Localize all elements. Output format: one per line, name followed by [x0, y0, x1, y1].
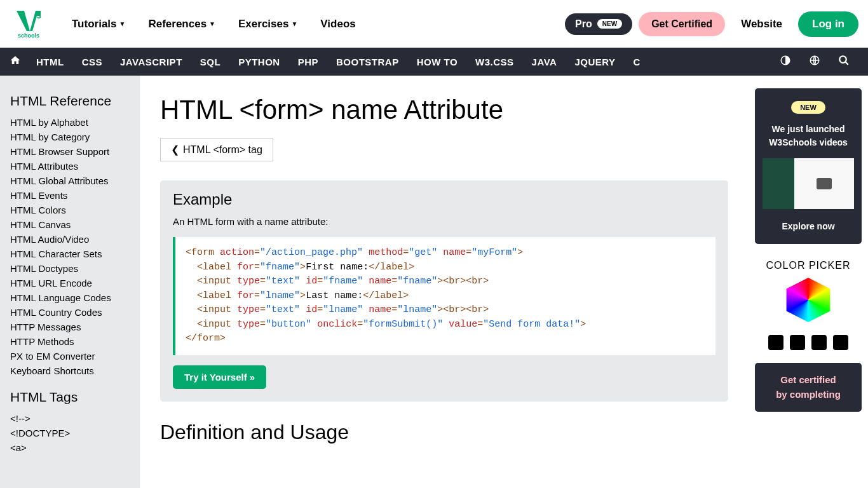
left-sidebar: HTML Reference HTML by Alphabet HTML by …	[0, 76, 140, 488]
example-description: An HTML form with a name attribute:	[173, 216, 715, 227]
caret-down-icon: ▼	[291, 20, 297, 27]
nav-html[interactable]: HTML	[27, 57, 73, 67]
sidebar-heading-tags: HTML Tags	[10, 390, 140, 405]
sidebar-link[interactable]: HTML Language Codes	[10, 290, 140, 305]
definition-heading: Definition and Usage	[160, 421, 728, 444]
pro-button[interactable]: ProNEW	[565, 13, 632, 35]
nav-php[interactable]: PHP	[289, 57, 327, 67]
theme-toggle-icon[interactable]	[771, 55, 800, 69]
sidebar-link[interactable]: HTML Country Codes	[10, 305, 140, 320]
nav-css[interactable]: CSS	[73, 57, 111, 67]
instagram-icon[interactable]	[790, 335, 805, 350]
sidebar-link[interactable]: HTML Canvas	[10, 217, 140, 232]
sidebar-link[interactable]: HTML Global Attributes	[10, 173, 140, 188]
sidebar-link[interactable]: HTML Character Sets	[10, 247, 140, 261]
page-title: HTML <form> name Attribute	[160, 95, 728, 125]
svg-point-3	[839, 56, 846, 63]
sidebar-link[interactable]: HTML by Alphabet	[10, 115, 140, 130]
sidebar-link[interactable]: HTML Events	[10, 188, 140, 203]
sidebar-link[interactable]: HTML Doctypes	[10, 261, 140, 276]
right-sidebar: NEW We just launchedW3Schools videos Exp…	[749, 76, 868, 488]
back-button[interactable]: ❮HTML <form> tag	[160, 138, 273, 161]
sidebar-link[interactable]: HTML URL Encode	[10, 276, 140, 290]
nav-python[interactable]: PYTHON	[229, 57, 289, 67]
nav-references[interactable]: References▼	[137, 18, 227, 30]
sidebar-tag-link[interactable]: <!-->	[10, 411, 140, 426]
code-block: <form action="/action_page.php" method="…	[173, 237, 715, 355]
new-badge: NEW	[597, 19, 622, 29]
try-it-yourself-button[interactable]: Try it Yourself »	[173, 365, 266, 389]
sidebar-heading-reference: HTML Reference	[10, 93, 140, 109]
nav-tutorials[interactable]: Tutorials▼	[60, 18, 137, 30]
sidebar-link[interactable]: Keyboard Shortcuts	[10, 363, 140, 378]
colorpicker-icon[interactable]	[783, 278, 834, 322]
nav-videos[interactable]: Videos	[309, 18, 367, 30]
video-thumbnail[interactable]	[763, 158, 854, 209]
nav-bootstrap[interactable]: BOOTSTRAP	[327, 57, 408, 67]
second-navigation: HTML CSS JAVASCRIPT SQL PYTHON PHP BOOTS…	[0, 48, 868, 76]
cert-box[interactable]: Get certifiedby completing	[755, 363, 862, 412]
example-box: Example An HTML form with a name attribu…	[160, 180, 728, 402]
nav-jquery[interactable]: JQUERY	[566, 57, 624, 67]
explore-now-link[interactable]: Explore now	[782, 221, 834, 231]
sidebar-link[interactable]: HTTP Messages	[10, 320, 140, 334]
sidebar-link[interactable]: HTML Audio/Video	[10, 232, 140, 247]
login-button[interactable]: Log in	[798, 11, 858, 37]
new-pill: NEW	[791, 101, 825, 114]
nav-c[interactable]: C	[625, 57, 649, 67]
logo[interactable]: 3 schools	[10, 8, 48, 40]
logo-text: schools	[18, 32, 39, 39]
linkedin-icon[interactable]	[811, 335, 827, 350]
caret-down-icon: ▼	[119, 20, 126, 27]
caret-down-icon: ▼	[209, 20, 215, 27]
get-certified-button[interactable]: Get Certified	[639, 12, 725, 36]
example-heading: Example	[173, 191, 715, 208]
home-icon[interactable]	[10, 55, 27, 69]
website-link[interactable]: Website	[735, 18, 789, 30]
social-icons	[755, 335, 862, 350]
discord-icon[interactable]	[833, 335, 848, 350]
facebook-icon[interactable]	[768, 335, 783, 350]
sidebar-link[interactable]: HTML Attributes	[10, 159, 140, 173]
top-navigation: 3 schools Tutorials▼ References▼ Exercis…	[0, 0, 868, 48]
colorpicker-title: COLOR PICKER	[755, 260, 862, 271]
nav-java[interactable]: JAVA	[523, 57, 566, 67]
nav-sql[interactable]: SQL	[191, 57, 229, 67]
sidebar-link[interactable]: HTML by Category	[10, 130, 140, 144]
svg-text:3: 3	[37, 11, 41, 20]
sidebar-tag-link[interactable]: <a>	[10, 440, 140, 455]
cert-text: Get certifiedby completing	[763, 373, 854, 402]
sidebar-link[interactable]: PX to EM Converter	[10, 349, 140, 363]
nav-w3css[interactable]: W3.CSS	[466, 57, 523, 67]
search-icon[interactable]	[829, 55, 858, 69]
chevron-left-icon: ❮	[171, 144, 179, 156]
nav-howto[interactable]: HOW TO	[408, 57, 466, 67]
sidebar-link[interactable]: HTML Browser Support	[10, 144, 140, 159]
play-icon	[817, 178, 832, 189]
sidebar-link[interactable]: HTTP Methods	[10, 334, 140, 349]
nav-javascript[interactable]: JAVASCRIPT	[111, 57, 191, 67]
sidebar-link[interactable]: HTML Colors	[10, 203, 140, 217]
svg-line-4	[845, 62, 848, 65]
main-content: HTML <form> name Attribute ❮HTML <form> …	[140, 76, 749, 488]
globe-icon[interactable]	[800, 55, 829, 69]
nav-exercises[interactable]: Exercises▼	[227, 18, 309, 30]
sidebar-tag-link[interactable]: <!DOCTYPE>	[10, 426, 140, 440]
promo-text: We just launchedW3Schools videos	[763, 123, 854, 149]
promo-box: NEW We just launchedW3Schools videos Exp…	[755, 88, 862, 244]
